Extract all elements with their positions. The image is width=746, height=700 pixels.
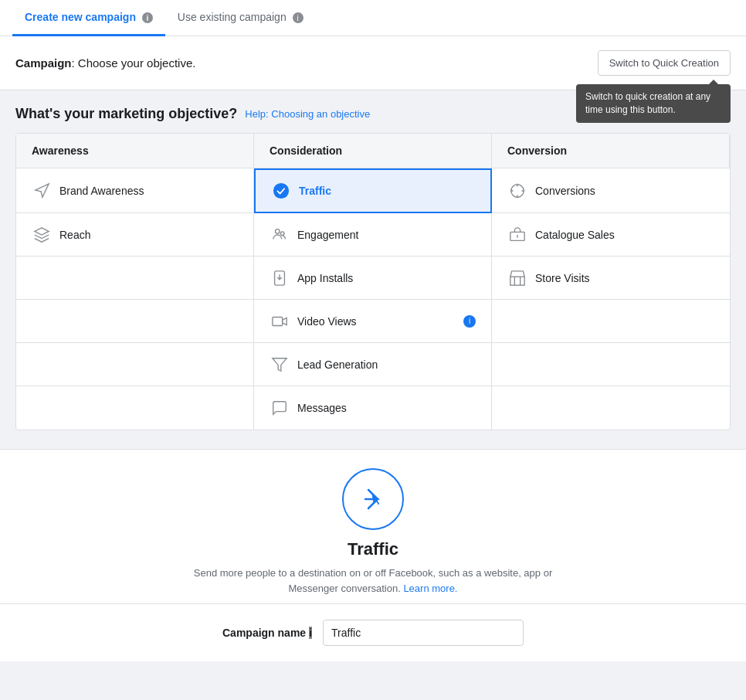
column-header-conversion: Conversion <box>492 134 730 168</box>
store-visits-icon <box>507 268 527 288</box>
brand-awareness-icon <box>32 181 52 201</box>
objective-store-visits[interactable]: Store Visits <box>492 257 730 300</box>
tab-use-existing-info-icon[interactable]: i <box>293 12 303 23</box>
messages-icon <box>270 398 290 418</box>
traffic-label: Traffic <box>299 185 331 197</box>
objective-video-views[interactable]: Video Views i <box>254 300 492 343</box>
objective-conversion-row5-empty <box>492 343 730 386</box>
selected-objective-description: Send more people to a destination on or … <box>188 566 558 596</box>
objective-awareness-row3-empty <box>16 257 254 300</box>
objective-reach[interactable]: Reach <box>16 213 254 257</box>
objective-conversion-row6-empty <box>492 386 730 430</box>
traffic-selected-check-icon <box>271 181 291 201</box>
objective-grid: Awareness Consideration Conversion Brand… <box>15 133 731 430</box>
campaign-prefix: Campaign <box>15 56 72 70</box>
campaign-name-input[interactable] <box>323 620 524 646</box>
objective-title-text: What's your marketing objective? <box>15 106 237 122</box>
video-views-label: Video Views <box>297 315 357 328</box>
engagement-icon <box>270 225 290 245</box>
svg-point-2 <box>276 229 280 233</box>
app-installs-icon <box>270 268 290 288</box>
objective-conversion-row4-empty <box>492 300 730 343</box>
campaign-suffix: : Choose your objective. <box>72 56 196 70</box>
conversions-icon <box>507 181 527 201</box>
column-header-consideration: Consideration <box>254 134 492 168</box>
objective-app-installs[interactable]: App Installs <box>254 257 492 300</box>
column-header-awareness: Awareness <box>16 134 254 168</box>
campaign-name-row: Campaign name i <box>0 603 746 661</box>
conversions-label: Conversions <box>535 185 595 197</box>
catalogue-sales-label: Catalogue Sales <box>535 229 615 241</box>
objective-awareness-row6-empty <box>16 386 254 430</box>
store-visits-label: Store Visits <box>535 272 590 284</box>
brand-awareness-label: Brand Awareness <box>59 185 144 197</box>
objective-awareness-row4-empty <box>16 300 254 343</box>
objective-lead-generation[interactable]: Lead Generation <box>254 343 492 386</box>
tab-create-new-label: Create new campaign <box>25 11 136 23</box>
campaign-header: Campaign: Choose your objective. Switch … <box>0 36 746 90</box>
lead-generation-icon <box>270 355 290 375</box>
reach-label: Reach <box>59 229 90 241</box>
video-views-info-icon[interactable]: i <box>463 315 476 328</box>
lead-generation-label: Lead Generation <box>297 358 378 371</box>
reach-icon <box>32 225 52 245</box>
tab-use-existing-label: Use existing campaign <box>178 11 287 23</box>
messages-label: Messages <box>297 402 347 414</box>
switch-to-quick-creation-button[interactable]: Switch to Quick Creation <box>598 50 731 76</box>
video-views-icon <box>270 311 290 331</box>
objective-messages[interactable]: Messages <box>254 386 492 430</box>
help-choosing-objective-link[interactable]: Help: Choosing an objective <box>245 108 370 120</box>
selected-objective-description-text: Send more people to a destination on or … <box>194 567 552 594</box>
objective-section: What's your marketing objective? Help: C… <box>0 90 746 449</box>
objective-engagement[interactable]: Engagement <box>254 213 492 257</box>
svg-marker-11 <box>273 358 287 372</box>
svg-rect-10 <box>273 317 283 325</box>
objective-catalogue-sales[interactable]: Catalogue Sales <box>492 213 730 257</box>
campaign-objective-label: Campaign: Choose your objective. <box>15 56 195 70</box>
traffic-showcase-icon <box>342 468 404 530</box>
selected-objective-showcase: Traffic Send more people to a destinatio… <box>0 449 746 603</box>
catalogue-sales-icon <box>507 225 527 245</box>
selected-objective-title: Traffic <box>348 539 398 559</box>
campaign-name-label: Campaign name i <box>222 627 312 639</box>
app-installs-label: App Installs <box>297 272 353 284</box>
svg-rect-7 <box>510 277 524 285</box>
campaign-name-label-text: Campaign name <box>222 627 306 639</box>
tab-use-existing[interactable]: Use existing campaign i <box>165 0 316 36</box>
svg-point-0 <box>273 183 289 199</box>
objective-conversions[interactable]: Conversions <box>492 168 730 213</box>
tab-create-new[interactable]: Create new campaign i <box>12 0 165 36</box>
objective-awareness-row5-empty <box>16 343 254 386</box>
objective-traffic[interactable]: Traffic <box>254 168 492 213</box>
tabs-bar: Create new campaign i Use existing campa… <box>0 0 746 36</box>
campaign-name-info-icon[interactable]: i <box>309 627 312 639</box>
tab-create-new-info-icon[interactable]: i <box>142 12 153 23</box>
engagement-label: Engagement <box>297 229 358 241</box>
learn-more-link[interactable]: Learn more. <box>403 583 457 594</box>
objective-brand-awareness[interactable]: Brand Awareness <box>16 168 254 213</box>
svg-point-3 <box>280 232 284 236</box>
quick-creation-tooltip: Switch to quick creation at any time usi… <box>576 84 731 123</box>
